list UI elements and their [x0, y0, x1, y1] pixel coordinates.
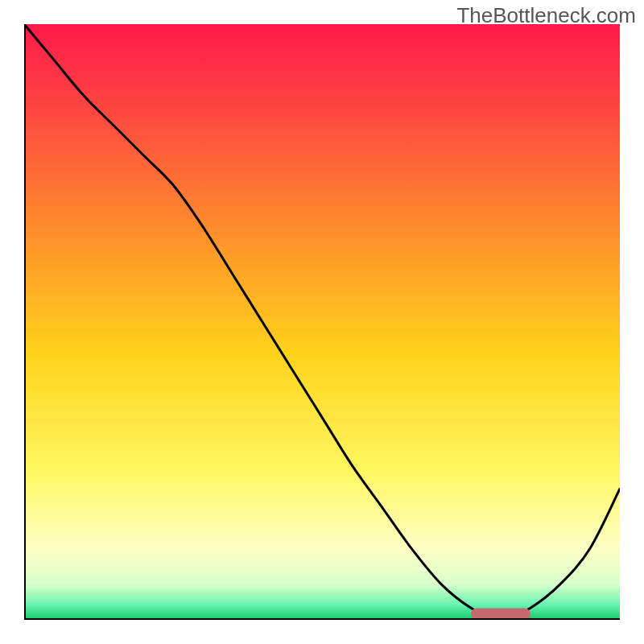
gradient-background — [24, 24, 620, 620]
watermark-text: TheBottleneck.com — [456, 3, 636, 28]
chart-svg — [24, 24, 620, 620]
bottleneck-chart — [24, 24, 620, 620]
optimal-marker — [471, 609, 530, 620]
chart-frame: TheBottleneck.com — [0, 0, 644, 644]
